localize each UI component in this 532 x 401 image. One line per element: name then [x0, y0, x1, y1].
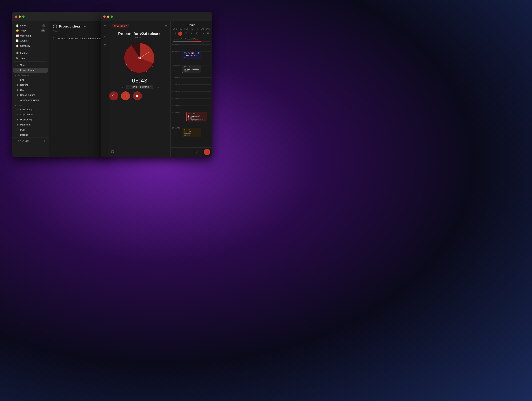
sidebar-item-bugs[interactable]: ○ Bugs [13, 127, 48, 132]
clock-face [122, 40, 157, 75]
timeline-row-3pm: 03:00 PM [172, 104, 211, 111]
sidebar-item-anytime[interactable]: 📄 Anytime [13, 38, 48, 43]
event-title-2: remove timezon... [184, 68, 199, 70]
stats-nav-icon[interactable] [102, 33, 108, 38]
adjust-icon[interactable] [165, 24, 168, 28]
sidebar-item-trash[interactable]: 🗑 Trash [13, 56, 48, 60]
calendar-day-25[interactable]: 25 [194, 32, 200, 36]
sidebar-item-onboarding[interactable]: ○ Onboarding [13, 107, 48, 112]
onboarding-icon: ○ [16, 108, 19, 111]
timer-nav-icon[interactable] [102, 24, 108, 29]
stop-button[interactable] [133, 91, 142, 100]
maximize-button-right[interactable] [111, 15, 113, 18]
plus-button[interactable]: +5 [156, 86, 159, 88]
calendar-day-labels: MON TUE WED THU FRI SAT SUN [171, 27, 212, 31]
headphones-button[interactable] [109, 91, 118, 100]
sidebar-item-life[interactable]: ○ Life [13, 77, 48, 82]
calendar-footer-icon[interactable] [200, 150, 203, 154]
calendar-prev-button[interactable]: ‹ [173, 23, 174, 26]
main-content-area: Project ideas ··· Notes Website blocker … [49, 21, 108, 157]
edit-session-link[interactable]: Edit Session [113, 36, 167, 39]
sidebar-item-audience-building[interactable]: ○ Audience building [13, 97, 48, 102]
svg-point-5 [166, 25, 167, 26]
calendar-day-22-today[interactable]: 22 [178, 32, 183, 36]
close-button[interactable] [15, 15, 17, 18]
filter-button[interactable]: ⊞ [44, 139, 46, 142]
calendar-day-26[interactable]: 26 [200, 32, 205, 36]
minimize-button-right[interactable] [107, 15, 109, 18]
focus-stats: 1 ↑ · 0 → · 0 ↓ · 0H 45M FOCUS [171, 37, 212, 41]
event-time-4: 5:00 PM [184, 129, 199, 130]
timer-header: Session ▾ [109, 21, 171, 30]
event-desc-4: Planning [184, 135, 199, 136]
sidebar-item-upcoming[interactable]: 📅 Upcoming [13, 33, 48, 38]
task-checkbox[interactable] [53, 37, 56, 40]
sidebar-item-logbook[interactable]: 📗 Logbook [13, 51, 48, 55]
sidebar-item-today[interactable]: ⭐ Today 15 [13, 28, 48, 33]
upcoming-icon: 📅 [16, 34, 19, 37]
calendar-section: ‹ Today › MON TUE WED THU FRI SAT SUN 21 [171, 21, 212, 157]
professional-group-label: ◎ Professional [12, 73, 49, 77]
sidebar-label-today: Today [20, 29, 26, 32]
timeline-line-10am: 9:30 AM remove timezon... Planning [181, 65, 211, 65]
add-fab-button[interactable]: + [204, 149, 210, 155]
plus-icon: ＋ [15, 139, 17, 142]
calendar-day-23[interactable]: 23 [183, 32, 189, 36]
table-row[interactable]: Website blocker with automated time trac… [52, 36, 105, 41]
timeline[interactable]: 08:00 AM 09:00 AM 8:45 PM 1 Create simpl… [171, 43, 212, 147]
time-range-pill[interactable]: 4:44 PM → 5:29 PM ▾ [126, 84, 153, 89]
sidebar-item-apple-watch[interactable]: ○ Apple watch [13, 112, 48, 117]
more-options-button[interactable]: ··· [83, 25, 86, 28]
session-pill[interactable]: Session ▾ [112, 24, 129, 28]
calendar-next-button[interactable]: › [209, 23, 209, 26]
timeline-row-2pm: 02:00 PM [172, 97, 211, 104]
close-button-right[interactable] [103, 15, 106, 18]
today-icon: ⭐ [16, 29, 19, 32]
sidebar-item-marketing[interactable]: ◑ Marketing [13, 122, 48, 127]
timeline-row-1pm: 01:00 PM [172, 90, 211, 97]
sidebar-item-routine[interactable]: ◑ Routine [13, 82, 48, 87]
project-circle-icon [53, 25, 57, 28]
timeline-row-12pm: 12:00 PM [172, 83, 211, 90]
sidebar-item-someday[interactable]: 📋 Someday [13, 43, 48, 48]
inbox-badge: 7 [42, 24, 45, 27]
maximize-button[interactable] [22, 15, 25, 18]
sidebar-label-life: Life [20, 78, 24, 81]
sidebar-item-backlog[interactable]: ○ Backlog [13, 132, 48, 137]
timeline-time-2pm: 02:00 PM [172, 97, 181, 100]
sidebar-label-inbox: Inbox [20, 24, 26, 27]
timeline-event-enhancement[interactable]: 3:47 PM Enhancement Session Going to pre… [186, 112, 207, 122]
trash-icon: 🗑 [16, 56, 19, 59]
inbox-icon: 📋 [16, 24, 19, 27]
sidebar-item-inbox[interactable]: 📋 Inbox 7 [13, 23, 48, 28]
bugs-icon: ○ [16, 128, 19, 131]
minimize-button[interactable] [19, 15, 21, 18]
timeline-event-remove-timezone[interactable]: 9:30 AM remove timezon... Planning [182, 65, 201, 73]
sidebar-item-buy[interactable]: ◑ Buy [13, 87, 48, 92]
timeline-event-afternoon[interactable]: 5:00 PM 5:21 PM Afternoon Planning [182, 128, 201, 137]
sidebar-item-tester[interactable]: ○ Tester [13, 63, 48, 68]
calendar-day-21[interactable]: 21 [172, 32, 177, 36]
new-list-button[interactable]: ＋ + New List [15, 139, 29, 142]
day-label-fri: FRI [194, 27, 200, 31]
calendar-day-24[interactable]: 24 [189, 32, 194, 36]
buy-icon: ◑ [16, 88, 19, 91]
svg-point-21 [139, 57, 140, 59]
settings-button[interactable] [111, 150, 114, 154]
sidebar: 📋 Inbox 7 ⭐ Today 15 📅 Upcoming 📄 Anytim… [12, 21, 49, 157]
timeline-time-3pm: 03:00 PM [172, 104, 181, 107]
person-nav-icon[interactable] [102, 42, 108, 48]
calendar-day-27[interactable]: 27 [205, 32, 211, 36]
focus-bar-fill [173, 41, 201, 42]
edit-footer-button[interactable] [196, 150, 198, 154]
timeline-time-1pm: 01:00 PM [172, 90, 181, 93]
sidebar-item-positioning[interactable]: ◑ Positioning [13, 117, 48, 122]
minus-button[interactable]: -5 [121, 86, 123, 88]
sidebar-item-project-ideas[interactable]: ○ Project ideas [13, 68, 48, 73]
timeline-event-create-simple[interactable]: 8:45 PM 1 Create simple J... ●● [182, 51, 201, 59]
pause-button[interactable] [121, 91, 130, 100]
sidebar-label-onboarding: Onboarding [20, 108, 32, 111]
sidebar-item-house-hunting[interactable]: ◑ House hunting [13, 92, 48, 97]
titlebar-left [12, 12, 108, 21]
svg-rect-3 [106, 35, 106, 37]
